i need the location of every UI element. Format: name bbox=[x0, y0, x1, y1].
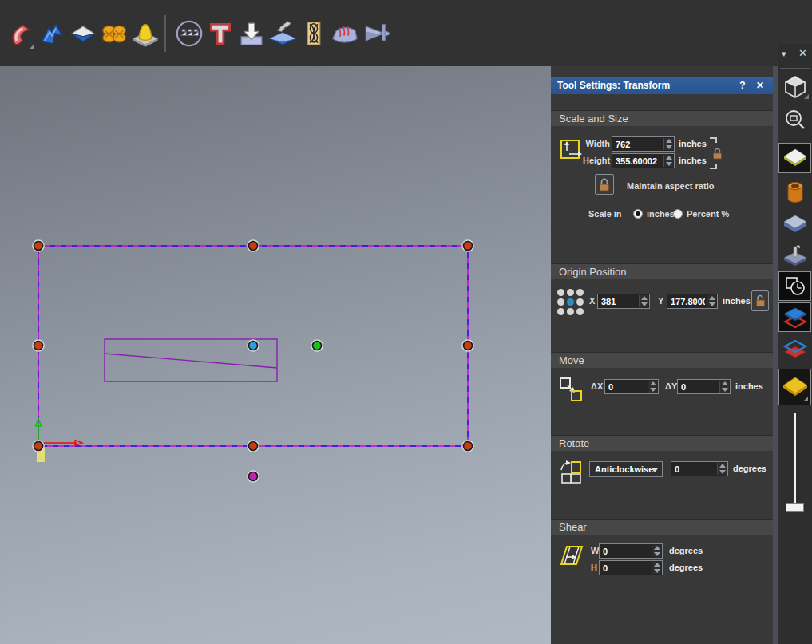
origin-anchor-grid[interactable] bbox=[557, 289, 584, 315]
handle-center[interactable] bbox=[248, 340, 259, 351]
width-label: Width bbox=[583, 136, 610, 152]
shear-w-label: W bbox=[591, 543, 599, 559]
two-rail-sweep-button[interactable] bbox=[36, 14, 67, 53]
origin-y-field-wrap bbox=[667, 294, 718, 309]
move-dy-label: ΔY bbox=[665, 379, 677, 394]
handle-mid-right[interactable] bbox=[462, 340, 473, 351]
rotate-direction-dropdown[interactable]: Anticlockwise bbox=[589, 461, 663, 477]
opacity-slider-handle[interactable] bbox=[786, 503, 804, 512]
scale-in-percent-label: Percent % bbox=[687, 207, 729, 222]
weave-panel-button[interactable] bbox=[298, 14, 329, 53]
rotation-pivot-handle[interactable] bbox=[311, 340, 323, 351]
flyout-indicator-icon bbox=[29, 45, 34, 49]
move-dx-field-wrap bbox=[604, 379, 659, 394]
shear-h-units: degrees bbox=[669, 560, 703, 575]
handle-bottom-left[interactable] bbox=[33, 441, 44, 452]
smooth-merge-button[interactable] bbox=[267, 14, 298, 53]
handle-below-bottom[interactable] bbox=[248, 471, 259, 482]
move-dx-spinner[interactable] bbox=[648, 381, 657, 393]
handle-mid-left[interactable] bbox=[33, 340, 44, 351]
layers-blue-red-button[interactable] bbox=[778, 302, 811, 332]
dish-model-button[interactable] bbox=[173, 14, 204, 53]
handle-bottom-mid[interactable] bbox=[248, 441, 259, 452]
cylinder-wrap-icon bbox=[785, 180, 806, 204]
layers-outline-button[interactable] bbox=[778, 335, 811, 365]
dome-on-plate-button[interactable] bbox=[129, 14, 160, 53]
import-component-button[interactable] bbox=[236, 14, 267, 53]
origin-x-spinner[interactable] bbox=[639, 295, 648, 307]
sheet-preview-icon bbox=[782, 148, 808, 168]
flyout-indicator-icon bbox=[804, 94, 809, 99]
import-component-icon bbox=[237, 19, 266, 48]
shear-section-header: Shear bbox=[551, 519, 773, 535]
toolpath-time-button[interactable] bbox=[778, 271, 811, 301]
aspect-lock-icon bbox=[599, 178, 610, 192]
material-sheet-icon bbox=[782, 376, 809, 398]
height-spinner[interactable] bbox=[663, 155, 673, 167]
rotate-angle-field-wrap bbox=[671, 461, 728, 476]
texture-wave-button[interactable] bbox=[329, 14, 360, 53]
collapse-rail-button[interactable]: ▾ bbox=[782, 49, 786, 58]
origin-y-spinner[interactable] bbox=[707, 295, 716, 307]
rotate-angle-spinner[interactable] bbox=[717, 463, 727, 475]
carve-tool-button[interactable] bbox=[778, 239, 811, 270]
material-sheet-button[interactable] bbox=[778, 369, 811, 405]
scale-in-percent-radio[interactable] bbox=[673, 209, 683, 219]
origin-y-label: Y bbox=[658, 294, 663, 309]
zoom-box-button[interactable] bbox=[778, 105, 811, 136]
origin-units: inches bbox=[723, 294, 751, 309]
emboss-pyramid-button[interactable] bbox=[67, 14, 98, 53]
weave-texture-button[interactable] bbox=[98, 14, 129, 53]
width-spinner[interactable] bbox=[663, 138, 673, 150]
origin-unlock-icon bbox=[755, 294, 766, 307]
linked-lock-icon bbox=[712, 148, 723, 160]
cylinder-wrap-button[interactable] bbox=[778, 177, 811, 207]
rotate-direction-value: Anticlockwise bbox=[595, 464, 653, 474]
scale-in-inches-radio[interactable] bbox=[633, 209, 643, 219]
move-section-header: Move bbox=[551, 352, 773, 368]
design-canvas[interactable] bbox=[0, 66, 551, 644]
height-label: Height bbox=[583, 153, 610, 168]
scale-section-header: Scale and Size bbox=[551, 110, 773, 126]
help-button[interactable]: ? bbox=[736, 77, 749, 94]
weave-panel-icon bbox=[299, 19, 328, 48]
slab-button[interactable] bbox=[778, 209, 811, 239]
view-3d-button[interactable] bbox=[778, 72, 811, 102]
handle-top-right[interactable] bbox=[462, 240, 473, 251]
layers-outline-icon bbox=[782, 338, 808, 362]
view-toolbar: ▾ ✕ bbox=[778, 44, 812, 644]
carve-tool-icon bbox=[782, 243, 808, 267]
view-3d-cube-icon bbox=[783, 74, 807, 100]
texture-text-button[interactable] bbox=[204, 14, 236, 53]
handle-top-left[interactable] bbox=[33, 240, 44, 251]
sheet-preview-button[interactable] bbox=[778, 143, 811, 173]
origin-anchor-center[interactable] bbox=[567, 298, 574, 306]
maintain-aspect-lock-button[interactable] bbox=[595, 174, 614, 195]
tool-settings-panel: Tool Settings: Transform ? ✕ Scale and S… bbox=[551, 66, 773, 644]
shear-w-spinner[interactable] bbox=[652, 545, 661, 557]
shear-h-spinner[interactable] bbox=[652, 562, 661, 574]
texture-text-icon bbox=[206, 19, 235, 48]
close-panel-button[interactable]: ✕ bbox=[754, 77, 766, 94]
handle-top-mid[interactable] bbox=[248, 240, 259, 251]
dome-on-plate-icon bbox=[131, 19, 160, 48]
handle-bottom-right[interactable] bbox=[462, 441, 473, 452]
chevron-down-icon bbox=[652, 468, 658, 472]
shear-w-field-wrap bbox=[599, 543, 663, 559]
opacity-slider-track[interactable] bbox=[794, 413, 796, 511]
modeling-toolbar bbox=[0, 0, 778, 66]
origin-x-field-wrap bbox=[597, 294, 650, 309]
application-window: Tool Settings: Transform ? ✕ Scale and S… bbox=[0, 0, 812, 644]
ribbon-sculpt-button[interactable] bbox=[5, 14, 36, 53]
move-dy-spinner[interactable] bbox=[719, 381, 729, 393]
link-dimensions-toggle[interactable] bbox=[708, 137, 723, 169]
scale-size-icon bbox=[559, 136, 583, 162]
extrude-model-button[interactable] bbox=[360, 14, 391, 53]
extrude-model-icon bbox=[361, 18, 391, 49]
origin-lock-button[interactable] bbox=[751, 290, 769, 311]
close-rail-button[interactable]: ✕ bbox=[798, 48, 807, 58]
move-dy-field-wrap bbox=[677, 379, 731, 394]
scale-in-label: Scale in bbox=[588, 207, 622, 222]
smooth-merge-icon bbox=[267, 18, 298, 49]
origin-section-header: Origin Position bbox=[551, 263, 773, 279]
